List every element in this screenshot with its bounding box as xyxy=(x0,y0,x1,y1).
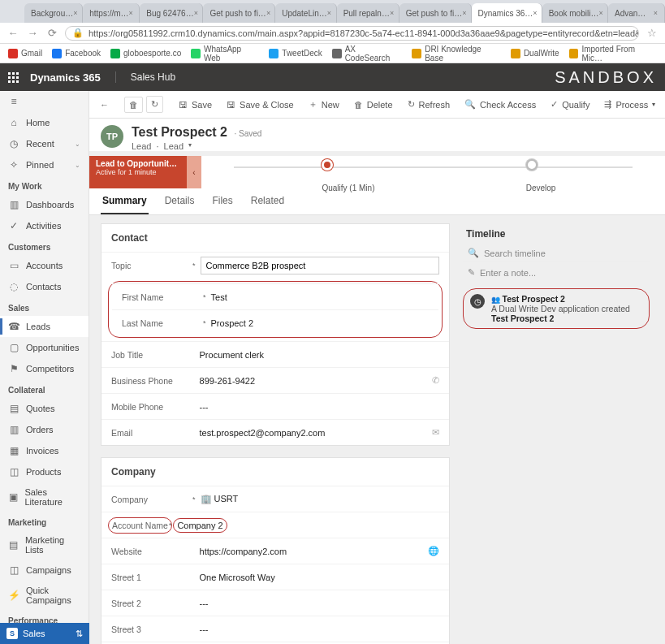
close-icon[interactable]: × xyxy=(533,9,537,17)
form-name[interactable]: Lead xyxy=(164,141,184,151)
nav-back-icon[interactable]: ← xyxy=(6,27,19,39)
sidebar-item-quick-campaigns[interactable]: ⚡Quick Campaigns xyxy=(0,581,89,610)
close-icon[interactable]: × xyxy=(598,9,602,17)
tab-files[interactable]: Files xyxy=(210,188,234,214)
qualify-button[interactable]: ✓Qualify xyxy=(545,96,595,113)
field-topic[interactable]: Topic* xyxy=(101,252,449,278)
bookmark-item[interactable]: Facebook xyxy=(52,49,101,58)
field-account-name[interactable]: Account Name* Company 2 xyxy=(101,512,449,538)
bookmark-item[interactable]: DualWrite xyxy=(511,49,559,58)
refresh-icon-button[interactable]: ↻ xyxy=(146,96,163,113)
delete-icon-button[interactable]: 🗑 xyxy=(124,97,143,113)
url-bar[interactable]: 🔒 https://org05811992.crm10.dynamics.com… xyxy=(65,26,639,41)
close-icon[interactable]: × xyxy=(654,9,658,17)
bpf-node-qualify[interactable] xyxy=(322,159,333,171)
process-button[interactable]: ⇶Process▾ xyxy=(598,96,661,113)
nav-reload-icon[interactable]: ⟳ xyxy=(45,27,58,39)
bookmark-item[interactable]: Gmail xyxy=(8,49,42,58)
close-icon[interactable]: × xyxy=(266,9,270,17)
timeline-search[interactable]: 🔍 Search timeline xyxy=(463,244,650,262)
close-icon[interactable]: × xyxy=(390,9,394,17)
tab-related[interactable]: Related xyxy=(249,188,286,214)
sidebar-item-opportunities[interactable]: ▢Opportunities xyxy=(0,337,89,358)
value-company[interactable]: 🏢 USRT xyxy=(201,494,439,504)
browser-tab[interactable]: UpdateLin…× xyxy=(275,3,336,23)
field-street3[interactable]: Street 3 --- xyxy=(101,616,449,642)
timeline-item[interactable]: ◷ 👥 Test Prospect 2 A Dual Write Dev app… xyxy=(463,288,650,329)
sidebar-item-contacts[interactable]: ◌Contacts xyxy=(0,276,89,297)
globe-icon[interactable]: 🌐 xyxy=(428,546,439,556)
browser-tab[interactable]: https://m…× xyxy=(83,3,140,23)
sidebar-group-heading: Customers xyxy=(0,236,89,255)
close-icon[interactable]: × xyxy=(129,9,133,17)
field-street1[interactable]: Street 1 One Microsoft Way xyxy=(101,564,449,590)
email-icon[interactable]: ✉ xyxy=(432,427,439,438)
phone-icon[interactable]: ✆ xyxy=(432,375,439,386)
sidebar-item-quotes[interactable]: ▤Quotes xyxy=(0,398,89,419)
close-icon[interactable]: × xyxy=(327,9,331,17)
app-area-label[interactable]: Sales Hub xyxy=(115,71,175,83)
sidebar-item-marketing-lists[interactable]: ▤Marketing Lists xyxy=(0,530,89,560)
browser-tab[interactable]: Dynamics 36…× xyxy=(472,3,542,23)
save-button[interactable]: 🖫Save xyxy=(173,97,218,113)
field-website[interactable]: Website https://company2.com 🌐 xyxy=(101,538,449,564)
sidebar-item-accounts[interactable]: ▭Accounts xyxy=(0,255,89,276)
refresh-button[interactable]: ↻Refresh xyxy=(402,96,456,113)
close-icon[interactable]: × xyxy=(462,9,466,17)
field-last-name[interactable]: Last Name* Prospect 2 xyxy=(112,309,438,335)
sidebar-item-home[interactable]: ⌂Home xyxy=(0,112,89,133)
sidebar-item-campaigns[interactable]: ◫Campaigns xyxy=(0,560,89,581)
browser-tab[interactable]: Bug 62476…× xyxy=(140,3,203,23)
bpf-node-develop[interactable] xyxy=(526,159,538,171)
field-mobile-phone[interactable]: Mobile Phone --- xyxy=(101,393,449,419)
sidebar-item-orders[interactable]: ▥Orders xyxy=(0,419,89,440)
check-access-button[interactable]: 🔍Check Access xyxy=(459,96,542,113)
browser-tab[interactable]: Get push to fi…× xyxy=(399,3,472,23)
area-picker[interactable]: S Sales ⇅ xyxy=(0,623,89,644)
sidebar-item-leads[interactable]: ☎Leads xyxy=(0,316,89,337)
tab-details[interactable]: Details xyxy=(163,188,196,214)
field-job-title[interactable]: Job Title Procument clerk xyxy=(101,341,449,367)
field-first-name[interactable]: First Name* Test xyxy=(112,283,438,309)
bookmark-item[interactable]: TweetDeck xyxy=(269,49,322,58)
star-icon[interactable]: ☆ xyxy=(646,27,659,39)
chevron-down-icon[interactable]: ▾ xyxy=(188,141,192,151)
bookmark-item[interactable]: AX CodeSearch xyxy=(332,45,403,63)
bookmark-item[interactable]: globoesporte.co xyxy=(110,49,181,58)
field-company[interactable]: Company* 🏢 USRT xyxy=(101,486,449,512)
sidebar-item-competitors[interactable]: ⚑Competitors xyxy=(0,358,89,379)
sidebar-item-products[interactable]: ◫Products xyxy=(0,461,89,482)
sidebar-item-sales-literature[interactable]: ▣Sales Literature xyxy=(0,482,89,512)
topic-input[interactable] xyxy=(201,257,439,274)
field-street2[interactable]: Street 2 --- xyxy=(101,590,449,616)
bookmark-item[interactable]: DRI Knowledge Base xyxy=(412,45,501,63)
company-card: Company Company* 🏢 USRT Account Name* Co… xyxy=(101,457,450,644)
close-icon[interactable]: × xyxy=(73,9,77,17)
field-business-phone[interactable]: Business Phone 899-261-9422 ✆ xyxy=(101,367,449,393)
sidebar-hamburger[interactable]: ≡ xyxy=(0,91,89,112)
timeline-note[interactable]: ✎ Enter a note... xyxy=(463,262,650,283)
sidebar-item-recent[interactable]: ◷Recent⌄ xyxy=(0,133,89,154)
field-email[interactable]: Email test.prospect2@company2.com ✉ xyxy=(101,419,449,445)
sidebar-item-invoices[interactable]: ▦Invoices xyxy=(0,440,89,461)
close-icon[interactable]: × xyxy=(194,9,198,17)
app-launcher-icon[interactable] xyxy=(8,72,19,83)
sidebar-item-activities[interactable]: ✓Activities xyxy=(0,215,89,236)
browser-tab[interactable]: Get push to fi…× xyxy=(203,3,275,23)
bpf-collapse-button[interactable]: ‹ xyxy=(187,156,201,188)
back-button[interactable]: ← xyxy=(94,97,114,113)
sidebar-item-pinned[interactable]: ✧Pinned⌄ xyxy=(0,154,89,175)
browser-tab[interactable]: Book mobili…× xyxy=(542,3,608,23)
bookmark-item[interactable]: Imported From Mic… xyxy=(569,45,657,63)
tab-summary[interactable]: Summary xyxy=(101,188,149,214)
sidebar-item-dashboards[interactable]: ▥Dashboards xyxy=(0,194,89,215)
browser-tab[interactable]: Backgrou…× xyxy=(24,3,83,23)
new-button[interactable]: ＋New xyxy=(303,95,345,114)
browser-tab[interactable]: Advan…× xyxy=(608,3,665,23)
bookmark-item[interactable]: WhatsApp Web xyxy=(191,45,259,63)
browser-tab[interactable]: Pull repaln…× xyxy=(337,3,399,23)
bpf-active-stage[interactable]: Lead to Opportunity Sal… Active for 1 mi… xyxy=(89,156,187,188)
delete-button[interactable]: 🗑Delete xyxy=(348,97,399,113)
nav-fwd-icon[interactable]: → xyxy=(26,27,39,39)
save-close-button[interactable]: 🖫Save & Close xyxy=(221,97,300,113)
